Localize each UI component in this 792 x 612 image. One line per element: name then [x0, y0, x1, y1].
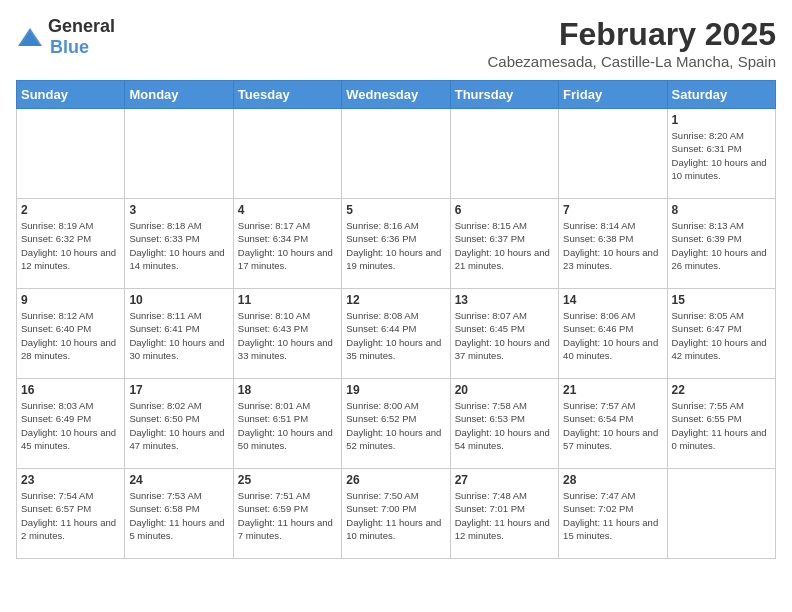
calendar-week-row: 9Sunrise: 8:12 AM Sunset: 6:40 PM Daylig… — [17, 289, 776, 379]
calendar-cell: 3Sunrise: 8:18 AM Sunset: 6:33 PM Daylig… — [125, 199, 233, 289]
day-info: Sunrise: 8:11 AM Sunset: 6:41 PM Dayligh… — [129, 309, 228, 362]
logo-general: General — [48, 16, 115, 36]
calendar-cell: 23Sunrise: 7:54 AM Sunset: 6:57 PM Dayli… — [17, 469, 125, 559]
calendar-cell: 20Sunrise: 7:58 AM Sunset: 6:53 PM Dayli… — [450, 379, 558, 469]
day-info: Sunrise: 8:14 AM Sunset: 6:38 PM Dayligh… — [563, 219, 662, 272]
day-number: 1 — [672, 113, 771, 127]
day-number: 7 — [563, 203, 662, 217]
day-info: Sunrise: 8:07 AM Sunset: 6:45 PM Dayligh… — [455, 309, 554, 362]
day-info: Sunrise: 7:50 AM Sunset: 7:00 PM Dayligh… — [346, 489, 445, 542]
calendar-week-row: 1Sunrise: 8:20 AM Sunset: 6:31 PM Daylig… — [17, 109, 776, 199]
title-area: February 2025 Cabezamesada, Castille-La … — [488, 16, 777, 70]
day-info: Sunrise: 8:17 AM Sunset: 6:34 PM Dayligh… — [238, 219, 337, 272]
day-info: Sunrise: 7:55 AM Sunset: 6:55 PM Dayligh… — [672, 399, 771, 452]
calendar-cell: 4Sunrise: 8:17 AM Sunset: 6:34 PM Daylig… — [233, 199, 341, 289]
header-saturday: Saturday — [667, 81, 775, 109]
calendar-header-row: SundayMondayTuesdayWednesdayThursdayFrid… — [17, 81, 776, 109]
day-info: Sunrise: 8:12 AM Sunset: 6:40 PM Dayligh… — [21, 309, 120, 362]
day-number: 17 — [129, 383, 228, 397]
day-info: Sunrise: 7:54 AM Sunset: 6:57 PM Dayligh… — [21, 489, 120, 542]
day-info: Sunrise: 8:02 AM Sunset: 6:50 PM Dayligh… — [129, 399, 228, 452]
day-info: Sunrise: 8:18 AM Sunset: 6:33 PM Dayligh… — [129, 219, 228, 272]
calendar-cell — [233, 109, 341, 199]
day-number: 25 — [238, 473, 337, 487]
day-info: Sunrise: 8:05 AM Sunset: 6:47 PM Dayligh… — [672, 309, 771, 362]
calendar-cell: 25Sunrise: 7:51 AM Sunset: 6:59 PM Dayli… — [233, 469, 341, 559]
calendar-cell: 27Sunrise: 7:48 AM Sunset: 7:01 PM Dayli… — [450, 469, 558, 559]
page-title: February 2025 — [488, 16, 777, 53]
calendar-cell: 12Sunrise: 8:08 AM Sunset: 6:44 PM Dayli… — [342, 289, 450, 379]
calendar-cell: 6Sunrise: 8:15 AM Sunset: 6:37 PM Daylig… — [450, 199, 558, 289]
calendar-cell: 14Sunrise: 8:06 AM Sunset: 6:46 PM Dayli… — [559, 289, 667, 379]
day-info: Sunrise: 7:58 AM Sunset: 6:53 PM Dayligh… — [455, 399, 554, 452]
page-subtitle: Cabezamesada, Castille-La Mancha, Spain — [488, 53, 777, 70]
day-info: Sunrise: 8:03 AM Sunset: 6:49 PM Dayligh… — [21, 399, 120, 452]
day-info: Sunrise: 8:06 AM Sunset: 6:46 PM Dayligh… — [563, 309, 662, 362]
calendar-cell — [17, 109, 125, 199]
day-info: Sunrise: 7:47 AM Sunset: 7:02 PM Dayligh… — [563, 489, 662, 542]
calendar-cell: 22Sunrise: 7:55 AM Sunset: 6:55 PM Dayli… — [667, 379, 775, 469]
day-info: Sunrise: 8:16 AM Sunset: 6:36 PM Dayligh… — [346, 219, 445, 272]
day-number: 10 — [129, 293, 228, 307]
day-number: 13 — [455, 293, 554, 307]
day-number: 2 — [21, 203, 120, 217]
day-number: 21 — [563, 383, 662, 397]
calendar-cell: 5Sunrise: 8:16 AM Sunset: 6:36 PM Daylig… — [342, 199, 450, 289]
calendar-week-row: 2Sunrise: 8:19 AM Sunset: 6:32 PM Daylig… — [17, 199, 776, 289]
calendar-cell: 8Sunrise: 8:13 AM Sunset: 6:39 PM Daylig… — [667, 199, 775, 289]
calendar-cell: 11Sunrise: 8:10 AM Sunset: 6:43 PM Dayli… — [233, 289, 341, 379]
day-number: 20 — [455, 383, 554, 397]
header-tuesday: Tuesday — [233, 81, 341, 109]
calendar-cell: 2Sunrise: 8:19 AM Sunset: 6:32 PM Daylig… — [17, 199, 125, 289]
day-number: 16 — [21, 383, 120, 397]
logo-icon — [16, 26, 44, 48]
day-info: Sunrise: 8:08 AM Sunset: 6:44 PM Dayligh… — [346, 309, 445, 362]
header-wednesday: Wednesday — [342, 81, 450, 109]
calendar-week-row: 23Sunrise: 7:54 AM Sunset: 6:57 PM Dayli… — [17, 469, 776, 559]
calendar-cell: 26Sunrise: 7:50 AM Sunset: 7:00 PM Dayli… — [342, 469, 450, 559]
calendar-cell — [559, 109, 667, 199]
header-thursday: Thursday — [450, 81, 558, 109]
calendar-cell: 21Sunrise: 7:57 AM Sunset: 6:54 PM Dayli… — [559, 379, 667, 469]
calendar-cell — [125, 109, 233, 199]
calendar-cell: 1Sunrise: 8:20 AM Sunset: 6:31 PM Daylig… — [667, 109, 775, 199]
calendar-cell: 18Sunrise: 8:01 AM Sunset: 6:51 PM Dayli… — [233, 379, 341, 469]
logo: General Blue — [16, 16, 115, 58]
day-number: 11 — [238, 293, 337, 307]
calendar-cell: 9Sunrise: 8:12 AM Sunset: 6:40 PM Daylig… — [17, 289, 125, 379]
day-number: 24 — [129, 473, 228, 487]
day-number: 9 — [21, 293, 120, 307]
day-number: 14 — [563, 293, 662, 307]
day-info: Sunrise: 7:51 AM Sunset: 6:59 PM Dayligh… — [238, 489, 337, 542]
day-number: 15 — [672, 293, 771, 307]
calendar-cell: 7Sunrise: 8:14 AM Sunset: 6:38 PM Daylig… — [559, 199, 667, 289]
day-info: Sunrise: 8:15 AM Sunset: 6:37 PM Dayligh… — [455, 219, 554, 272]
calendar-table: SundayMondayTuesdayWednesdayThursdayFrid… — [16, 80, 776, 559]
day-info: Sunrise: 8:20 AM Sunset: 6:31 PM Dayligh… — [672, 129, 771, 182]
calendar-cell: 13Sunrise: 8:07 AM Sunset: 6:45 PM Dayli… — [450, 289, 558, 379]
calendar-cell — [342, 109, 450, 199]
calendar-cell: 10Sunrise: 8:11 AM Sunset: 6:41 PM Dayli… — [125, 289, 233, 379]
day-number: 6 — [455, 203, 554, 217]
day-info: Sunrise: 8:13 AM Sunset: 6:39 PM Dayligh… — [672, 219, 771, 272]
day-info: Sunrise: 8:10 AM Sunset: 6:43 PM Dayligh… — [238, 309, 337, 362]
day-number: 23 — [21, 473, 120, 487]
day-info: Sunrise: 7:48 AM Sunset: 7:01 PM Dayligh… — [455, 489, 554, 542]
page-header: General Blue February 2025 Cabezamesada,… — [16, 16, 776, 70]
calendar-cell: 16Sunrise: 8:03 AM Sunset: 6:49 PM Dayli… — [17, 379, 125, 469]
day-info: Sunrise: 8:00 AM Sunset: 6:52 PM Dayligh… — [346, 399, 445, 452]
calendar-cell — [667, 469, 775, 559]
day-number: 26 — [346, 473, 445, 487]
day-info: Sunrise: 8:01 AM Sunset: 6:51 PM Dayligh… — [238, 399, 337, 452]
day-number: 28 — [563, 473, 662, 487]
day-number: 27 — [455, 473, 554, 487]
day-info: Sunrise: 8:19 AM Sunset: 6:32 PM Dayligh… — [21, 219, 120, 272]
day-number: 22 — [672, 383, 771, 397]
day-number: 5 — [346, 203, 445, 217]
header-monday: Monday — [125, 81, 233, 109]
day-number: 12 — [346, 293, 445, 307]
logo-blue: Blue — [50, 37, 89, 57]
calendar-cell: 19Sunrise: 8:00 AM Sunset: 6:52 PM Dayli… — [342, 379, 450, 469]
calendar-cell: 24Sunrise: 7:53 AM Sunset: 6:58 PM Dayli… — [125, 469, 233, 559]
day-info: Sunrise: 7:53 AM Sunset: 6:58 PM Dayligh… — [129, 489, 228, 542]
